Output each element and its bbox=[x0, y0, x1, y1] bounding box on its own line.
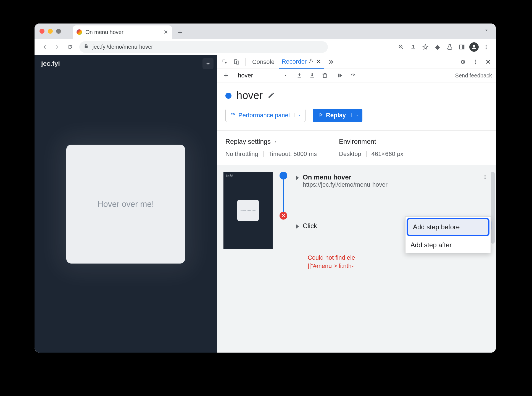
tab-console[interactable]: Console bbox=[249, 55, 277, 69]
tab-recorder[interactable]: Recorder ✕ bbox=[279, 55, 324, 69]
perf-dropdown-caret[interactable] bbox=[294, 113, 305, 117]
settings-block: Replay settings No throttling Timeout: 5… bbox=[217, 130, 496, 165]
forward-button[interactable] bbox=[52, 41, 63, 53]
bookmark-star-icon[interactable] bbox=[420, 42, 431, 52]
device-toggle-icon[interactable] bbox=[231, 57, 241, 67]
svg-point-8 bbox=[475, 60, 476, 61]
devtools-menu-icon[interactable] bbox=[470, 57, 480, 67]
site-title: jec.fyi bbox=[41, 60, 60, 67]
throttling-value: No throttling bbox=[225, 150, 258, 158]
step-context-menu: Add step before Add step after bbox=[405, 217, 491, 253]
chevron-right-icon bbox=[273, 138, 277, 145]
address-bar: jec.fyi/demo/menu-hover bbox=[35, 39, 496, 55]
sun-icon: ☀ bbox=[206, 61, 210, 66]
replay-dropdown-caret[interactable] bbox=[351, 113, 362, 117]
step-success-dot-icon bbox=[280, 172, 287, 179]
recording-title: hover bbox=[236, 90, 263, 101]
step-error-icon: ✕ bbox=[280, 212, 287, 220]
device-value: Desktop bbox=[339, 150, 361, 158]
step-entry[interactable]: On menu hover https://jec.fyi/demo/menu-… bbox=[294, 172, 490, 190]
slow-replay-icon[interactable] bbox=[348, 71, 358, 80]
hover-card[interactable]: Hover over me! bbox=[66, 145, 185, 264]
maximize-window-button[interactable] bbox=[56, 29, 61, 34]
export-icon[interactable] bbox=[294, 71, 304, 80]
url-text: jec.fyi/demo/menu-hover bbox=[93, 44, 153, 50]
new-tab-button[interactable]: + bbox=[175, 28, 185, 37]
import-icon[interactable] bbox=[307, 71, 317, 80]
performance-panel-button[interactable]: Performance panel bbox=[225, 109, 305, 122]
step-error-text: Could not find ele [["#menu > li:nth- bbox=[308, 254, 490, 270]
reload-button[interactable] bbox=[64, 41, 75, 53]
zoom-icon[interactable] bbox=[396, 42, 406, 52]
step-replay-icon[interactable] bbox=[335, 71, 345, 80]
tab-list-chevron-icon[interactable] bbox=[484, 27, 489, 34]
extensions-icon[interactable] bbox=[432, 42, 443, 52]
expand-caret-icon[interactable] bbox=[296, 224, 299, 229]
omnibox[interactable]: jec.fyi/demo/menu-hover bbox=[79, 41, 328, 53]
svg-rect-2 bbox=[462, 45, 464, 49]
step-screenshot-thumbnail[interactable]: jec.fyi Hover over me! bbox=[223, 172, 273, 249]
favicon-icon bbox=[77, 29, 82, 35]
settings-gear-icon[interactable] bbox=[458, 57, 468, 67]
minimize-window-button[interactable] bbox=[48, 29, 53, 34]
send-feedback-link[interactable]: Send feedback bbox=[455, 72, 492, 79]
recording-selector[interactable]: hover bbox=[234, 72, 288, 79]
environment-heading: Environment bbox=[339, 138, 403, 145]
step-options-button[interactable] bbox=[480, 172, 490, 182]
svg-point-14 bbox=[484, 178, 486, 179]
svg-point-3 bbox=[486, 45, 487, 46]
tab-title: On menu hover bbox=[85, 29, 160, 35]
window-controls bbox=[39, 24, 69, 39]
flask-icon bbox=[309, 58, 314, 65]
thumb-site-title: jec.fyi bbox=[226, 174, 233, 177]
expand-caret-icon[interactable] bbox=[296, 176, 299, 180]
replay-settings-heading[interactable]: Replay settings bbox=[225, 138, 317, 145]
recording-name: hover bbox=[238, 72, 253, 79]
svg-point-5 bbox=[486, 48, 487, 49]
devtools-tab-bar: Console Recorder ✕ ✕ bbox=[217, 55, 496, 69]
step-url: https://jec.fyi/demo/menu-hover bbox=[303, 181, 388, 188]
svg-point-10 bbox=[475, 63, 476, 64]
tab-strip: On menu hover ✕ + bbox=[35, 24, 496, 39]
inspect-element-icon[interactable] bbox=[220, 57, 230, 67]
step-title: Click bbox=[303, 222, 317, 230]
timeout-value: Timeout: 5000 ms bbox=[268, 150, 317, 158]
close-window-button[interactable] bbox=[39, 29, 44, 34]
svg-rect-11 bbox=[338, 74, 339, 77]
hover-card-text: Hover over me! bbox=[97, 199, 154, 209]
new-recording-button[interactable]: + bbox=[221, 71, 231, 80]
browser-tab[interactable]: On menu hover ✕ bbox=[73, 25, 172, 39]
demo-page: jec.fyi ☀ Hover over me! bbox=[35, 55, 217, 353]
svg-point-12 bbox=[484, 175, 486, 176]
menu-add-step-before[interactable]: Add step before bbox=[407, 218, 489, 236]
profile-avatar[interactable] bbox=[469, 42, 479, 52]
recorder-toolbar: + hover Send feedback bbox=[217, 69, 496, 82]
menu-add-step-after[interactable]: Add step after bbox=[405, 237, 491, 253]
svg-point-4 bbox=[486, 46, 487, 48]
thumb-card: Hover over me! bbox=[237, 200, 259, 221]
share-icon[interactable] bbox=[408, 42, 418, 52]
devtools-panel: Console Recorder ✕ ✕ + bbox=[217, 55, 496, 353]
replay-button[interactable]: Replay bbox=[313, 109, 362, 122]
delete-icon[interactable] bbox=[320, 71, 330, 80]
theme-toggle-button[interactable]: ☀ bbox=[202, 58, 214, 69]
browser-window: On menu hover ✕ + jec.fyi/demo/menu-hove… bbox=[35, 24, 496, 353]
svg-point-13 bbox=[484, 176, 486, 178]
back-button[interactable] bbox=[39, 41, 50, 53]
more-tabs-icon[interactable] bbox=[325, 57, 335, 67]
side-panel-icon[interactable] bbox=[457, 42, 467, 52]
svg-point-9 bbox=[475, 61, 476, 62]
close-devtools-icon[interactable]: ✕ bbox=[483, 57, 493, 67]
scrollbar[interactable] bbox=[491, 172, 495, 244]
chevron-down-icon bbox=[283, 72, 288, 79]
gauge-icon bbox=[230, 112, 236, 119]
step-title: On menu hover bbox=[303, 173, 388, 181]
chrome-menu-button[interactable] bbox=[481, 42, 491, 52]
close-panel-icon[interactable]: ✕ bbox=[316, 58, 321, 65]
close-tab-button[interactable]: ✕ bbox=[164, 29, 168, 35]
timeline: ✕ bbox=[278, 172, 289, 270]
rename-pencil-icon[interactable] bbox=[268, 92, 275, 100]
play-icon bbox=[318, 112, 323, 119]
steps-area: jec.fyi Hover over me! ✕ bbox=[217, 165, 496, 353]
labs-flask-icon[interactable] bbox=[444, 42, 455, 52]
